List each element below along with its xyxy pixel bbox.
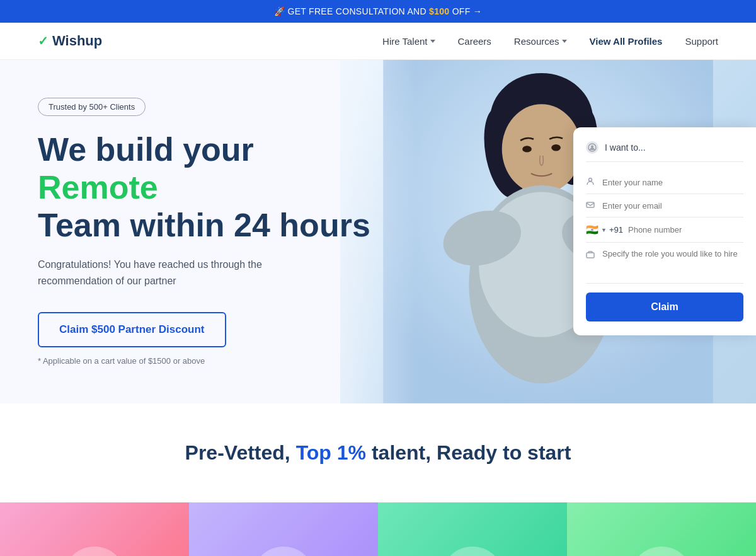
message-field — [586, 243, 743, 284]
claim-discount-button[interactable]: Claim $500 Partner Discount — [38, 312, 226, 347]
name-input[interactable] — [602, 178, 743, 187]
talent-card-4 — [567, 502, 756, 556]
talent-cards — [0, 502, 756, 556]
talent-card-3 — [378, 502, 567, 556]
banner-post-text: OFF → — [452, 6, 482, 16]
flag-icon: 🇮🇳 — [586, 224, 598, 236]
svg-point-16 — [591, 146, 593, 148]
message-textarea[interactable] — [602, 249, 743, 277]
avatar-1 — [63, 547, 126, 556]
avatar-4 — [630, 547, 693, 556]
nav-link-careers[interactable]: Careers — [458, 36, 491, 47]
hero-title-part2: Team within 24 hours — [38, 207, 370, 243]
form-claim-button[interactable]: Claim — [586, 292, 743, 321]
hero-title-green: Remote — [38, 169, 158, 206]
person-icon — [586, 177, 596, 187]
chevron-down-icon — [562, 40, 567, 43]
prevetted-section: Pre-Vetted, Top 1% talent, Ready to star… — [0, 403, 756, 484]
hero-title-part1: We build your — [38, 131, 254, 168]
nav-link-view-profiles[interactable]: View All Profiles — [590, 36, 663, 47]
user-circle-icon — [586, 141, 598, 154]
nav-item-view-profiles[interactable]: View All Profiles — [590, 36, 663, 47]
svg-point-17 — [589, 178, 592, 182]
prevetted-title-blue: Top 1% — [296, 441, 366, 464]
trusted-badge: Trusted by 500+ Clients — [38, 98, 146, 116]
top-banner: 🚀 GET FREE CONSULTATION AND $100 OFF → — [0, 0, 756, 23]
nav-item-hire-talent[interactable]: Hire Talent — [382, 36, 435, 47]
talent-card-2 — [189, 502, 378, 556]
logo-text: Wishup — [52, 33, 102, 49]
logo-check-icon: ✓ — [38, 33, 49, 49]
form-header-text: I want to... — [605, 142, 646, 153]
svg-point-11 — [522, 146, 532, 152]
email-input[interactable] — [602, 201, 743, 211]
banner-highlight: $100 — [429, 6, 449, 16]
phone-chevron: ▼ — [601, 227, 607, 233]
avatar-2 — [252, 547, 315, 556]
logo[interactable]: ✓ Wishup — [38, 33, 102, 49]
nav-item-careers[interactable]: Careers — [458, 36, 491, 47]
nav-link-resources[interactable]: Resources — [514, 36, 567, 47]
talent-card-1 — [0, 502, 189, 556]
hero-subtitle: Congratulations! You have reached us thr… — [38, 257, 302, 289]
hero-section: Trusted by 500+ Clients We build your Re… — [0, 60, 756, 403]
hero-left: Trusted by 500+ Clients We build your Re… — [0, 60, 416, 403]
prevetted-title-part1: Pre-Vetted, — [185, 441, 296, 464]
nav-item-support[interactable]: Support — [685, 36, 718, 47]
avatar-3 — [441, 547, 504, 556]
phone-input[interactable] — [628, 225, 743, 235]
navbar: ✓ Wishup Hire Talent Careers Resources V… — [0, 23, 756, 60]
banner-emoji: 🚀 — [274, 6, 285, 16]
form-header: I want to... — [586, 141, 743, 162]
nav-link-support[interactable]: Support — [685, 36, 718, 47]
phone-flag-prefix[interactable]: 🇮🇳 ▼ +91 — [586, 224, 623, 236]
chevron-down-icon — [430, 40, 435, 43]
svg-point-5 — [502, 104, 581, 194]
nav-link-hire-talent[interactable]: Hire Talent — [382, 36, 435, 47]
form-panel: I want to... — [573, 127, 756, 335]
svg-point-12 — [551, 144, 561, 151]
banner-pre-text: GET FREE CONSULTATION AND — [287, 6, 429, 16]
svg-rect-18 — [587, 202, 594, 207]
hero-title: We build your Remote Team within 24 hour… — [38, 131, 378, 244]
briefcase-icon — [586, 250, 596, 260]
nav-links: Hire Talent Careers Resources View All P… — [382, 36, 718, 47]
cta-note: * Applicable on a cart value of $1500 or… — [38, 356, 378, 366]
svg-rect-19 — [587, 253, 594, 258]
prevetted-title-part2: talent, Ready to start — [366, 441, 571, 464]
email-field — [586, 194, 743, 217]
email-icon — [586, 200, 596, 211]
phone-field: 🇮🇳 ▼ +91 — [586, 217, 743, 243]
phone-code: +91 — [609, 225, 623, 235]
prevetted-title: Pre-Vetted, Top 1% talent, Ready to star… — [38, 441, 718, 465]
name-field — [586, 171, 743, 194]
nav-item-resources[interactable]: Resources — [514, 36, 567, 47]
